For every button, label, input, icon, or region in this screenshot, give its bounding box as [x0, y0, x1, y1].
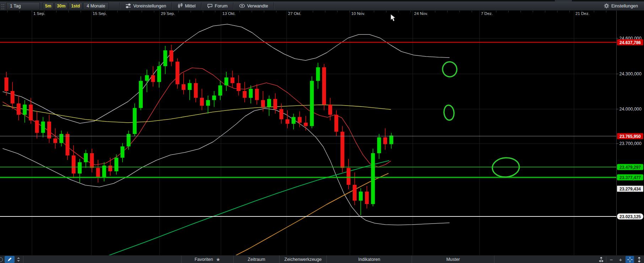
- indicators-button[interactable]: Indikatoren: [327, 256, 412, 263]
- mean-label: Mittel: [185, 4, 196, 9]
- svg-text:13 Okt.: 13 Okt.: [222, 11, 236, 16]
- svg-text:15 Sep.: 15 Sep.: [93, 11, 107, 16]
- bottom-separator: [606, 257, 606, 262]
- indicators-label: Indikatoren: [358, 257, 380, 262]
- svg-text:24.300,000: 24.300,000: [619, 71, 642, 76]
- svg-text:23.377,477: 23.377,477: [619, 175, 641, 180]
- svg-text:23.023,125: 23.023,125: [619, 214, 641, 219]
- bottom-toolbar: Favoriten ★ Zeitraum Zeichenwerkzeuge In…: [0, 255, 644, 263]
- forum-label: Forum: [215, 4, 228, 9]
- candlestick-icon: [178, 3, 183, 9]
- toolbar-separator: [172, 2, 172, 10]
- svg-text:1 Sep.: 1 Sep.: [33, 11, 45, 16]
- quick-1std-label: 1std: [71, 4, 80, 9]
- price-badges: 24.637,78623.765,95023.479,29723.377,477…: [617, 39, 643, 220]
- price-chart[interactable]: 1 Sep.15 Sep.29 Sep.13 Okt.27 Okt.10 Nov…: [0, 11, 644, 255]
- sort-arrows-icon[interactable]: [15, 256, 22, 263]
- svg-text:10 Nov.: 10 Nov.: [351, 11, 365, 16]
- pencil-icon: [7, 257, 12, 262]
- zoom-in-label: +: [619, 257, 622, 263]
- zoom-out-button[interactable]: −: [607, 256, 616, 263]
- sma-orange: [220, 173, 388, 255]
- drag-handle-icon[interactable]: [1, 3, 5, 9]
- svg-text:23.765,950: 23.765,950: [619, 134, 641, 139]
- sliders-icon: [125, 4, 131, 9]
- toolbar-separator: [201, 2, 202, 10]
- mean-button[interactable]: Mittel: [174, 2, 199, 10]
- draw-pencil-button[interactable]: [5, 256, 15, 263]
- timerange-label: Zeitraum: [248, 257, 265, 262]
- timeframe-button[interactable]: 1 Tag: [6, 2, 40, 10]
- drawing-tools-button[interactable]: Zeichenwerkzeuge: [280, 256, 327, 263]
- horizontal-price-lines: [0, 42, 616, 216]
- fit-vertical-icon[interactable]: [635, 256, 643, 263]
- v-gridlines: [7, 11, 606, 255]
- bottom-right-tools: − +: [597, 256, 643, 263]
- zoom-out-label: −: [610, 257, 613, 263]
- forum-button[interactable]: Forum: [204, 2, 231, 10]
- svg-text:24.000,000: 24.000,000: [619, 107, 642, 112]
- bottom-separator: [23, 256, 23, 263]
- quick-timeframe-30m-button[interactable]: 30m: [54, 2, 68, 10]
- circle-tool-icon[interactable]: [0, 257, 3, 262]
- date-axis: 1 Sep.15 Sep.29 Sep.13 Okt.27 Okt.10 Nov…: [33, 11, 590, 16]
- svg-text:23.279,434: 23.279,434: [619, 187, 641, 192]
- settings-label: Einstellungen: [611, 4, 638, 9]
- quick-30m-label: 30m: [57, 4, 65, 9]
- related-label: Verwandte: [247, 4, 268, 9]
- toolbar-separator: [274, 2, 274, 10]
- annotation-circle: [492, 157, 520, 178]
- chart-toolbar: 1 Tag 5m 30m 1std 4 Monate Voreinstellun…: [0, 1, 644, 11]
- presets-label: Voreinstellungen: [133, 4, 166, 9]
- toolbar-separator: [233, 2, 234, 10]
- timeframe-label: 1 Tag: [10, 4, 21, 9]
- drawing-tools-label: Zeichenwerkzeuge: [285, 257, 322, 262]
- speech-bubble-icon: [207, 4, 213, 9]
- svg-text:29 Sep.: 29 Sep.: [161, 11, 175, 16]
- sma-green: [85, 161, 389, 255]
- quick-timeframe-1std-button[interactable]: 1std: [69, 2, 82, 10]
- annotation-circle: [442, 61, 458, 77]
- related-button[interactable]: Verwandte: [236, 2, 271, 10]
- presets-button[interactable]: Voreinstellungen: [122, 2, 169, 10]
- toolbar-separator: [119, 2, 120, 10]
- quick-5m-label: 5m: [45, 4, 51, 9]
- svg-text:23.700,000: 23.700,000: [619, 141, 642, 146]
- range-label: 4 Monate: [87, 4, 105, 9]
- svg-text:23.479,297: 23.479,297: [619, 165, 641, 170]
- svg-text:21 Dez.: 21 Dez.: [575, 11, 590, 16]
- patterns-label: Muster: [446, 257, 460, 262]
- settings-button[interactable]: Einstellungen: [601, 2, 641, 10]
- annotation-circles: [442, 61, 520, 178]
- quick-timeframe-5m-button[interactable]: 5m: [43, 2, 54, 10]
- auto-fit-icon[interactable]: [597, 256, 605, 263]
- eye-icon: [239, 4, 245, 8]
- svg-text:7 Dez.: 7 Dez.: [481, 11, 493, 16]
- star-icon: ★: [216, 257, 221, 262]
- sma-yellow: [3, 105, 391, 123]
- bottom-left-tools: [0, 256, 23, 263]
- cursor-arrow: [391, 14, 395, 21]
- svg-text:24.637,786: 24.637,786: [619, 40, 641, 45]
- zoom-in-button[interactable]: +: [616, 256, 625, 263]
- gear-icon: [604, 3, 609, 9]
- timerange-button[interactable]: Zeitraum: [234, 256, 280, 263]
- crosshair-button[interactable]: [626, 256, 634, 263]
- bollinger-lower: [3, 108, 449, 225]
- candles: [5, 45, 394, 215]
- svg-text:24 Nov.: 24 Nov.: [414, 11, 428, 16]
- annotation-circle: [443, 105, 455, 121]
- chart-area[interactable]: 1 Sep.15 Sep.29 Sep.13 Okt.27 Okt.10 Nov…: [0, 11, 644, 255]
- indicator-lines: [3, 24, 449, 255]
- svg-text:27 Okt.: 27 Okt.: [288, 11, 301, 16]
- favorites-button[interactable]: Favoriten ★: [181, 256, 234, 263]
- favorites-label: Favoriten: [195, 257, 213, 262]
- range-button[interactable]: 4 Monate: [83, 2, 109, 10]
- patterns-button[interactable]: Muster: [412, 256, 494, 263]
